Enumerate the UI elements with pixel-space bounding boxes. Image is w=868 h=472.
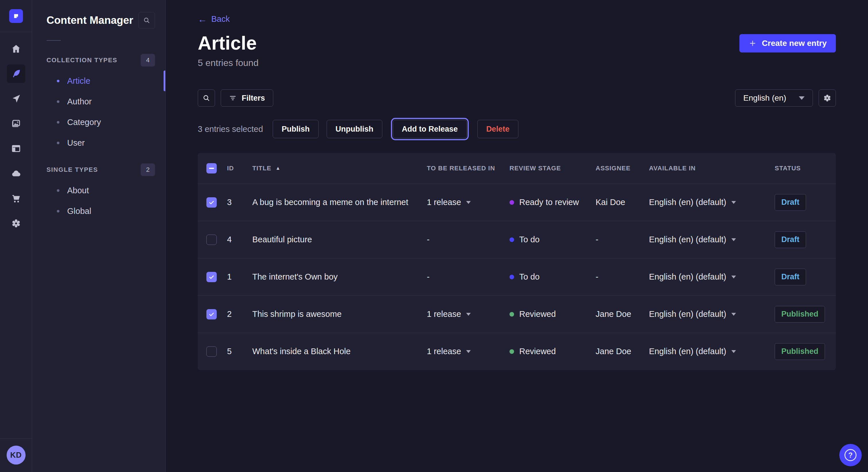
bullet-icon <box>57 189 59 192</box>
cell-title: This shrimp is awesome <box>252 309 427 319</box>
create-new-entry-label: Create new entry <box>762 39 827 48</box>
chevron-down-icon <box>799 96 805 100</box>
row-checkbox[interactable] <box>206 309 217 319</box>
locale-value: English (en) <box>743 94 786 103</box>
cell-locale-dropdown[interactable]: English (en) (default) <box>649 272 775 281</box>
stage-label: To do <box>519 235 539 244</box>
stage-dot-icon <box>509 200 514 205</box>
single-types-count-badge: 2 <box>141 164 155 176</box>
cell-id: 1 <box>227 272 252 281</box>
row-checkbox[interactable] <box>206 272 217 282</box>
sort-ascending-icon: ▲ <box>276 165 281 171</box>
publish-button[interactable]: Publish <box>273 120 319 138</box>
cell-assignee: Jane Doe <box>596 309 649 319</box>
sidebar-item-global[interactable]: Global <box>46 201 155 222</box>
stage-label: Reviewed <box>519 347 556 356</box>
collection-types-count-badge: 4 <box>141 54 155 67</box>
search-icon <box>203 94 210 102</box>
cloud-icon[interactable] <box>7 164 25 183</box>
row-checkbox[interactable] <box>206 346 217 357</box>
table-row[interactable]: 3 A bug is becoming a meme on the intern… <box>198 183 836 221</box>
cell-locale-dropdown[interactable]: English (en) (default) <box>649 198 775 207</box>
column-status: STATUS <box>775 165 827 172</box>
bullet-icon <box>57 80 59 82</box>
view-settings-button[interactable] <box>818 90 836 107</box>
unpublish-button[interactable]: Unpublish <box>327 120 382 138</box>
chevron-down-icon <box>732 313 736 316</box>
chevron-down-icon <box>732 238 736 241</box>
locale-select[interactable]: English (en) <box>735 90 813 107</box>
cell-title: What's inside a Black Hole <box>252 347 427 356</box>
cell-id: 3 <box>227 198 252 207</box>
locale-value: English (en) (default) <box>649 272 726 281</box>
cell-release-dropdown[interactable]: 1 release <box>427 309 509 319</box>
table-row[interactable]: 2 This shrimp is awesome 1 release Revie… <box>198 295 836 333</box>
stage-dot-icon <box>509 275 514 279</box>
rail-icon-list <box>7 32 25 438</box>
main-content: ← Back Article 5 entries found Create ne… <box>166 0 868 472</box>
bullet-icon <box>57 121 59 124</box>
sidebar-item-user[interactable]: User <box>46 133 155 153</box>
cell-id: 2 <box>227 309 252 319</box>
cell-review-stage: Reviewed <box>509 347 596 356</box>
marketplace-cart-icon[interactable] <box>7 189 25 208</box>
back-link[interactable]: ← Back <box>198 14 229 24</box>
cell-assignee: - <box>596 235 649 244</box>
sidebar-item-category[interactable]: Category <box>46 112 155 133</box>
cell-title: Beautiful picture <box>252 235 427 244</box>
releases-send-icon[interactable] <box>7 90 25 108</box>
column-assignee: ASSIGNEE <box>596 165 649 172</box>
sidebar-item-label: User <box>67 138 85 148</box>
cell-release: - <box>427 272 509 281</box>
content-type-builder-icon[interactable] <box>7 139 25 158</box>
select-all-checkbox[interactable] <box>206 163 217 173</box>
help-button[interactable]: ? <box>839 444 862 466</box>
sidebar-item-about[interactable]: About <box>46 180 155 201</box>
indeterminate-dash-icon <box>209 168 214 169</box>
user-avatar[interactable]: KD <box>7 446 26 465</box>
locale-value: English (en) (default) <box>649 235 726 244</box>
bullet-icon <box>57 142 59 144</box>
check-icon <box>208 274 215 280</box>
search-icon <box>143 16 150 24</box>
gear-icon <box>823 94 832 102</box>
sidebar-item-label: Author <box>67 97 92 106</box>
release-value: 1 release <box>427 198 461 207</box>
check-icon <box>208 199 215 206</box>
cell-release-dropdown[interactable]: 1 release <box>427 347 509 356</box>
cell-title: The internet's Own boy <box>252 272 427 281</box>
add-to-release-button[interactable]: Add to Release <box>393 120 467 138</box>
cell-release-dropdown[interactable]: 1 release <box>427 198 509 207</box>
cell-locale-dropdown[interactable]: English (en) (default) <box>649 347 775 356</box>
chevron-down-icon <box>466 313 471 316</box>
media-library-icon[interactable] <box>7 114 25 133</box>
table-row[interactable]: 5 What's inside a Black Hole 1 release R… <box>198 333 836 370</box>
table-row[interactable]: 1 The internet's Own boy - To do - Engli… <box>198 258 836 295</box>
sidebar-item-article[interactable]: Article <box>46 71 155 91</box>
status-badge: Draft <box>775 231 806 248</box>
content-manager-feather-icon[interactable] <box>7 65 25 83</box>
filters-button[interactable]: Filters <box>221 90 273 107</box>
page-title: Article <box>198 34 259 53</box>
sidebar-title: Content Manager <box>46 14 133 26</box>
stage-dot-icon <box>509 349 514 354</box>
table-search-button[interactable] <box>198 90 215 107</box>
sidebar-search-button[interactable] <box>138 12 155 29</box>
cell-locale-dropdown[interactable]: English (en) (default) <box>649 235 775 244</box>
row-checkbox[interactable] <box>206 235 217 245</box>
delete-button[interactable]: Delete <box>477 120 518 138</box>
strapi-logo[interactable] <box>9 9 23 23</box>
create-new-entry-button[interactable]: Create new entry <box>739 34 836 53</box>
cell-review-stage: To do <box>509 272 596 281</box>
content-manager-sidebar: Content Manager COLLECTION TYPES 4 Artic… <box>32 0 166 472</box>
settings-gear-icon[interactable] <box>7 214 25 233</box>
column-id: ID <box>227 165 252 172</box>
row-checkbox[interactable] <box>206 197 217 208</box>
stage-dot-icon <box>509 312 514 316</box>
strapi-logo-icon <box>12 12 20 20</box>
sidebar-item-author[interactable]: Author <box>46 91 155 112</box>
cell-locale-dropdown[interactable]: English (en) (default) <box>649 309 775 319</box>
column-title-sortable[interactable]: TITLE ▲ <box>252 165 427 172</box>
table-row[interactable]: 4 Beautiful picture - To do - English (e… <box>198 221 836 258</box>
home-icon[interactable] <box>7 40 25 58</box>
